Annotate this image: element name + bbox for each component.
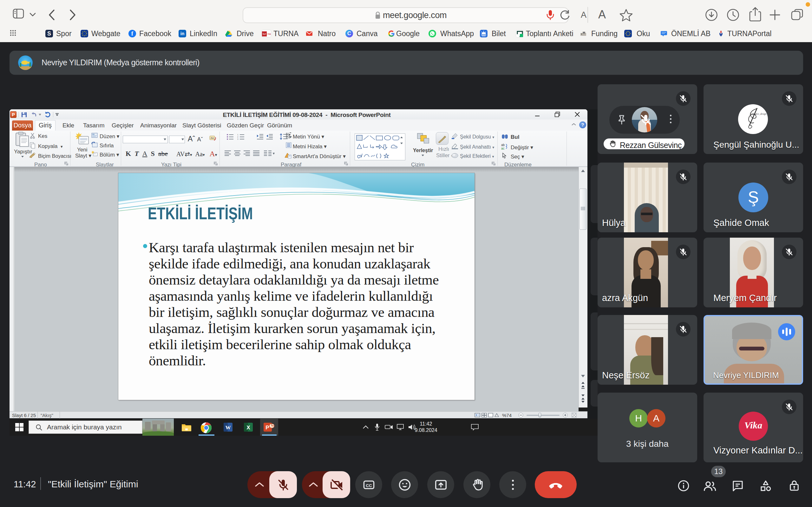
svg-text:W: W <box>225 425 231 431</box>
svg-text:P: P <box>265 425 269 431</box>
svg-text:CC: CC <box>366 483 372 488</box>
svg-text:şengülce_design: şengülce_design <box>751 112 767 115</box>
svg-text:ac: ac <box>501 147 505 150</box>
svg-text:ab: ab <box>501 143 505 147</box>
svg-text:Aa: Aa <box>211 136 214 139</box>
svg-text:X: X <box>247 425 250 431</box>
svg-text:3: 3 <box>237 138 239 140</box>
svg-text:1: 1 <box>237 134 239 135</box>
svg-text:2: 2 <box>237 136 239 138</box>
